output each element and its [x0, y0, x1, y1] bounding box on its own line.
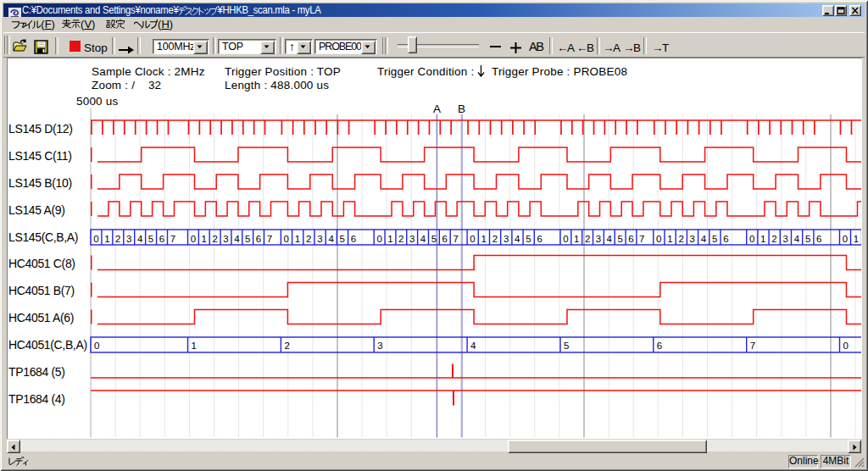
svg-text:7: 7 — [453, 234, 458, 244]
svg-text:1: 1 — [574, 234, 579, 244]
svg-text:7: 7 — [267, 234, 272, 244]
svg-text:0: 0 — [563, 234, 568, 244]
svg-text:2: 2 — [398, 234, 403, 244]
svg-text:4: 4 — [701, 234, 707, 244]
svg-text:3: 3 — [504, 234, 509, 244]
svg-text:0: 0 — [94, 341, 99, 351]
svg-text:1: 1 — [481, 234, 487, 244]
svg-text:0: 0 — [843, 341, 849, 351]
svg-text:0: 0 — [93, 234, 98, 244]
svg-text:4: 4 — [794, 234, 800, 244]
svg-text:4: 4 — [420, 234, 426, 244]
svg-text:2: 2 — [306, 234, 311, 244]
svg-text:4: 4 — [607, 234, 613, 244]
svg-text:3: 3 — [783, 234, 788, 244]
svg-text:2: 2 — [678, 234, 683, 244]
svg-text:6: 6 — [816, 234, 821, 244]
svg-text:2: 2 — [771, 234, 776, 244]
svg-text:7: 7 — [170, 234, 175, 244]
svg-text:0: 0 — [376, 234, 381, 244]
svg-text:4: 4 — [515, 234, 520, 244]
svg-text:4: 4 — [470, 341, 476, 351]
svg-text:7: 7 — [639, 234, 644, 244]
svg-text:0: 0 — [470, 234, 475, 244]
svg-text:5: 5 — [431, 234, 437, 244]
svg-text:6: 6 — [657, 341, 662, 351]
svg-text:1: 1 — [192, 341, 197, 351]
svg-text:0: 0 — [843, 234, 848, 244]
svg-text:6: 6 — [723, 234, 728, 244]
svg-text:5: 5 — [712, 234, 717, 244]
svg-text:2: 2 — [115, 234, 120, 244]
svg-text:5: 5 — [526, 234, 531, 244]
svg-text:2: 2 — [585, 234, 590, 244]
svg-text:5: 5 — [617, 234, 622, 244]
svg-text:0: 0 — [191, 234, 196, 244]
svg-text:6: 6 — [351, 234, 356, 244]
svg-text:3: 3 — [690, 234, 695, 244]
svg-text:3: 3 — [409, 234, 415, 244]
svg-text:5: 5 — [148, 234, 153, 244]
svg-text:3: 3 — [377, 341, 382, 351]
svg-text:3: 3 — [223, 234, 228, 244]
svg-text:1: 1 — [854, 234, 859, 244]
svg-text:5: 5 — [340, 234, 345, 244]
svg-text:6: 6 — [442, 234, 448, 244]
svg-text:1: 1 — [295, 234, 300, 244]
svg-text:3: 3 — [317, 234, 322, 244]
svg-text:1: 1 — [202, 234, 207, 244]
svg-text:0: 0 — [284, 234, 289, 244]
svg-text:2: 2 — [212, 234, 217, 244]
svg-text:2: 2 — [284, 341, 289, 351]
svg-text:4: 4 — [234, 234, 240, 244]
svg-text:0: 0 — [749, 234, 754, 244]
svg-text:0: 0 — [656, 234, 661, 244]
svg-text:5: 5 — [805, 234, 810, 244]
svg-text:3: 3 — [126, 234, 131, 244]
svg-text:4: 4 — [328, 234, 334, 244]
svg-text:5: 5 — [564, 341, 569, 351]
svg-text:3: 3 — [596, 234, 601, 244]
svg-text:1: 1 — [104, 234, 109, 244]
svg-text:1: 1 — [760, 234, 765, 244]
svg-text:5: 5 — [245, 234, 250, 244]
svg-text:7: 7 — [750, 341, 755, 351]
svg-text:1: 1 — [387, 234, 392, 244]
svg-text:1: 1 — [667, 234, 672, 244]
svg-text:6: 6 — [537, 234, 542, 244]
svg-text:2: 2 — [492, 234, 498, 244]
svg-text:6: 6 — [628, 234, 633, 244]
svg-text:6: 6 — [159, 234, 164, 244]
svg-text:4: 4 — [137, 234, 143, 244]
svg-text:6: 6 — [256, 234, 261, 244]
